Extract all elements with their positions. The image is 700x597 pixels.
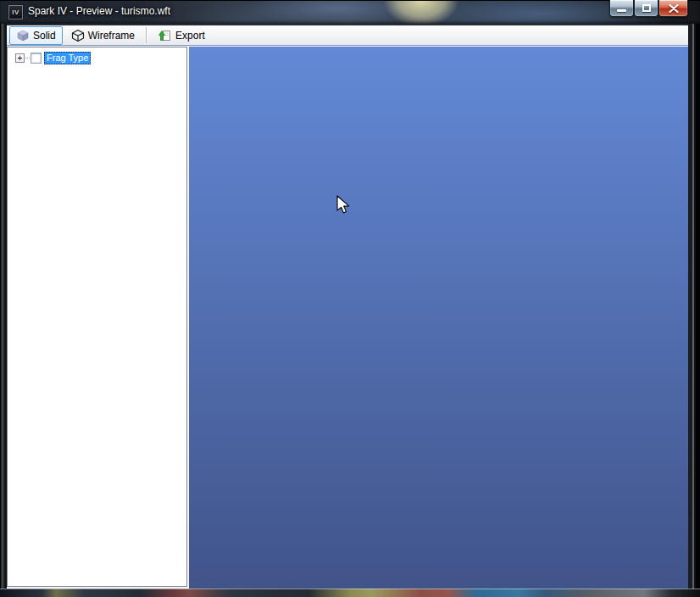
window-border-bottom xyxy=(0,589,700,597)
main-content: + Frag Type xyxy=(7,47,688,589)
close-icon xyxy=(669,4,679,13)
wireframe-button[interactable]: Wireframe xyxy=(64,26,142,45)
model-tree-panel[interactable]: + Frag Type xyxy=(7,47,187,587)
tree-node-frag-type: + Frag Type xyxy=(15,51,186,64)
window-title: Spark IV - Preview - turismo.wft xyxy=(28,0,170,24)
solid-cube-icon xyxy=(16,29,30,42)
export-button-label: Export xyxy=(175,30,205,42)
minimize-button[interactable] xyxy=(609,0,634,17)
wireframe-cube-icon xyxy=(71,29,85,42)
frag-type-label[interactable]: Frag Type xyxy=(44,52,91,64)
maximize-icon xyxy=(642,4,651,12)
minimize-icon xyxy=(617,9,626,12)
wireframe-button-label: Wireframe xyxy=(88,30,135,42)
solid-button[interactable]: Solid xyxy=(9,26,63,45)
tree-connector-line xyxy=(25,58,30,59)
solid-button-label: Solid xyxy=(33,30,56,42)
toolbar-separator xyxy=(146,27,147,43)
window-client-area: Solid Wireframe xyxy=(7,24,688,589)
close-button[interactable] xyxy=(658,0,688,17)
window-border-right xyxy=(688,24,700,589)
frag-type-checkbox[interactable] xyxy=(31,53,42,64)
expand-plus-icon[interactable]: + xyxy=(15,53,25,63)
viewport-3d[interactable] xyxy=(189,47,688,589)
export-button[interactable]: Export xyxy=(152,26,212,45)
application-window: IV Spark IV - Preview - turismo.wft xyxy=(0,0,700,597)
export-icon xyxy=(158,29,172,42)
toolbar: Solid Wireframe xyxy=(7,24,688,46)
app-icon: IV xyxy=(8,5,23,20)
app-icon-label: IV xyxy=(12,8,19,16)
titlebar[interactable]: IV Spark IV - Preview - turismo.wft xyxy=(0,0,700,24)
window-border-left xyxy=(0,24,7,589)
maximize-button[interactable] xyxy=(634,0,658,17)
